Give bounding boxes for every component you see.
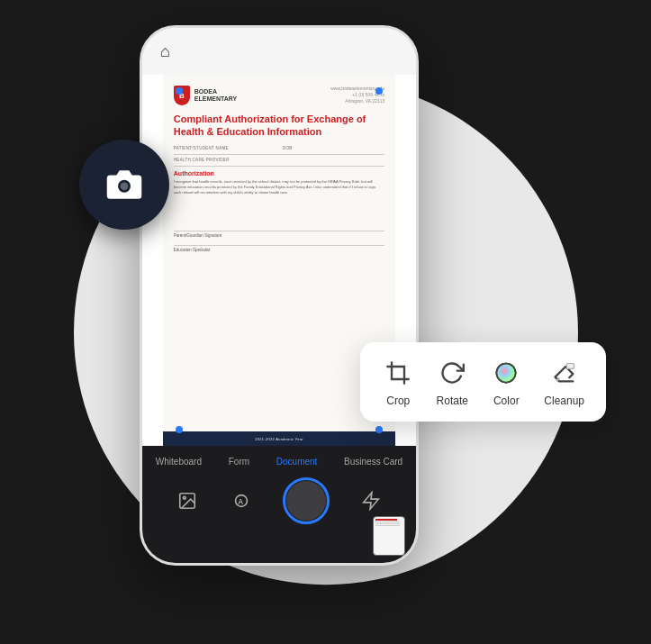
- phone-frame: ⌂ B BODEA ELEMENTARY www.bodeaelementary…: [140, 25, 419, 566]
- rotate-tool[interactable]: Rotate: [436, 357, 468, 407]
- nav-tabs: Whiteboard Form Document Business Card: [142, 446, 416, 474]
- school-name: BODEA ELEMENTARY: [194, 88, 237, 104]
- svg-point-1: [183, 496, 185, 499]
- svg-rect-10: [566, 364, 574, 369]
- thumb-line-4: [375, 525, 400, 526]
- thumb-line-3: [375, 523, 400, 524]
- cleanup-tool[interactable]: Cleanup: [544, 357, 584, 407]
- crop-label: Crop: [386, 395, 410, 407]
- svg-point-9: [497, 364, 516, 383]
- crop-icon: [382, 357, 414, 389]
- camera-icon: [105, 166, 143, 204]
- doc-divider-2: [174, 166, 384, 167]
- svg-point-6: [121, 182, 129, 190]
- svg-marker-4: [364, 493, 379, 509]
- doc-label-row: PATIENT/STUDENT NAME DOB: [174, 146, 384, 150]
- doc-title: Compliant Authorization for Exchange of …: [174, 113, 384, 139]
- tab-form[interactable]: Form: [229, 457, 249, 467]
- nav-actions: A: [142, 474, 416, 528]
- dob-label: DOB: [283, 146, 384, 150]
- auth-body-text: I recognize that health records, once re…: [174, 179, 384, 196]
- scene: ⌂ B BODEA ELEMENTARY www.bodeaelementary…: [0, 0, 651, 644]
- tab-business-card[interactable]: Business Card: [344, 457, 402, 467]
- specialist-label: Education Specialist: [174, 245, 384, 252]
- tab-document[interactable]: Document: [276, 457, 318, 467]
- cleanup-icon: [548, 357, 581, 389]
- text-scan-button[interactable]: A: [229, 488, 254, 513]
- phone-top-bar: ⌂: [142, 28, 416, 75]
- thumb-content: [374, 517, 404, 555]
- cleanup-label: Cleanup: [544, 395, 584, 407]
- tab-whiteboard[interactable]: Whiteboard: [156, 457, 202, 467]
- gallery-button[interactable]: [175, 488, 200, 513]
- provider-label: HEALTH CARE PROVIDER: [174, 158, 384, 162]
- home-icon[interactable]: ⌂: [160, 42, 170, 61]
- logo-shield: B: [174, 86, 190, 105]
- signature-label: Parent/Guardian Signature: [174, 231, 384, 238]
- rotate-label: Rotate: [437, 395, 468, 407]
- crop-tool[interactable]: Crop: [382, 357, 414, 407]
- capture-button[interactable]: [283, 477, 330, 524]
- svg-text:A: A: [238, 498, 243, 506]
- flash-button[interactable]: [358, 488, 384, 513]
- rotate-icon: [436, 357, 468, 389]
- phone-bottom-nav: Whiteboard Form Document Business Card: [142, 446, 416, 563]
- color-tool[interactable]: Color: [490, 357, 522, 407]
- color-label: Color: [493, 395, 520, 407]
- footer-text: 2021-2022 Academic Year: [255, 437, 303, 441]
- thumb-line-1: [375, 519, 397, 521]
- thumb-line-2: [375, 522, 400, 522]
- doc-footer-bar: 2021-2022 Academic Year: [163, 431, 395, 446]
- doc-divider-1: [174, 154, 384, 155]
- auth-section-title: Authorization: [174, 170, 384, 177]
- camera-icon-circle[interactable]: [79, 140, 169, 230]
- color-icon: [490, 357, 522, 389]
- patient-label: PATIENT/STUDENT NAME: [174, 146, 276, 150]
- thumbnail-preview[interactable]: [373, 516, 405, 556]
- capture-btn-inner: [286, 481, 326, 521]
- doc-header: B BODEA ELEMENTARY www.bodeaelementary.e…: [174, 86, 384, 105]
- doc-address: www.bodeaelementary.edu +1 (0) 509 4x.xx…: [330, 86, 384, 104]
- edit-toolbar: Crop Rotate: [360, 342, 606, 422]
- doc-logo: B BODEA ELEMENTARY: [174, 86, 237, 105]
